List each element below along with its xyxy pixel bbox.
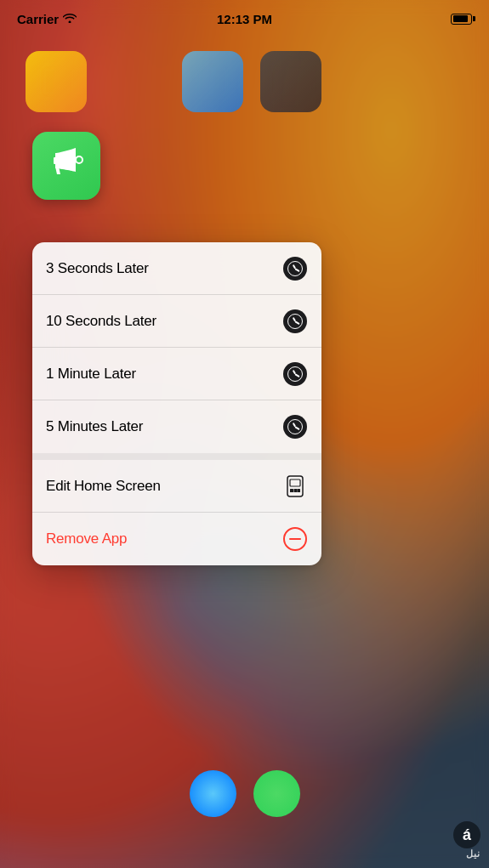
- carrier-label: Carrier: [17, 12, 77, 26]
- app-icon-green[interactable]: [32, 132, 100, 200]
- phone-icon: [283, 474, 307, 498]
- clock-face-2: [287, 314, 303, 329]
- menu-item-3-seconds-label: 3 Seconds Later: [46, 260, 149, 277]
- menu-section-system: Edit Home Screen Remove App: [32, 460, 321, 565]
- clock-minute-hand-1: [295, 268, 300, 271]
- watermark-text: نیل: [466, 848, 480, 859]
- dock-icon-green: [253, 770, 300, 817]
- battery-indicator: [451, 14, 472, 25]
- svg-rect-5: [294, 489, 298, 492]
- clock-icon-4: [283, 415, 307, 439]
- menu-item-1-minute[interactable]: 1 Minute Later: [32, 348, 321, 400]
- watermark-logo: á: [453, 821, 480, 848]
- menu-item-remove-app[interactable]: Remove App: [32, 513, 321, 565]
- clock-face-4: [287, 419, 303, 434]
- menu-item-edit-home[interactable]: Edit Home Screen: [32, 460, 321, 513]
- clock-minute-hand-3: [295, 373, 300, 377]
- menu-item-5-minutes-icon: [282, 414, 308, 440]
- battery-fill: [453, 15, 468, 22]
- dock-icon-blue: [190, 770, 236, 817]
- app-icon-placeholder-2: [182, 51, 243, 112]
- clock-face-3: [287, 366, 303, 382]
- menu-item-edit-home-label: Edit Home Screen: [46, 478, 161, 495]
- menu-item-1-minute-icon: [282, 361, 308, 387]
- wifi-icon: [63, 13, 77, 26]
- menu-section-timer: 3 Seconds Later 10 Seconds Later: [32, 242, 321, 453]
- context-menu: 3 Seconds Later 10 Seconds Later: [32, 242, 321, 565]
- bottom-dock: [190, 770, 300, 817]
- app-icon-placeholder-3: [260, 51, 321, 112]
- menu-item-remove-app-label: Remove App: [46, 530, 127, 547]
- carrier-text: Carrier: [17, 12, 59, 26]
- menu-item-3-seconds[interactable]: 3 Seconds Later: [32, 242, 321, 295]
- menu-item-1-minute-label: 1 Minute Later: [46, 366, 136, 383]
- clock-minute-hand-4: [295, 426, 300, 429]
- menu-divider: [32, 453, 321, 460]
- clock-minute-hand-2: [295, 321, 300, 324]
- menu-item-5-minutes-label: 5 Minutes Later: [46, 418, 143, 435]
- svg-rect-0: [54, 157, 57, 164]
- svg-rect-4: [290, 489, 293, 492]
- megaphone-icon: [48, 146, 84, 186]
- clock-icon-2: [283, 309, 307, 333]
- clock-face-1: [287, 261, 303, 276]
- menu-item-edit-home-icon: [282, 474, 308, 499]
- clock-icon-3: [283, 362, 307, 386]
- svg-rect-6: [298, 489, 301, 492]
- status-bar: Carrier 12:13 PM: [0, 0, 489, 37]
- remove-minus-icon: [289, 538, 301, 540]
- svg-rect-3: [290, 479, 300, 486]
- menu-item-10-seconds-label: 10 Seconds Later: [46, 313, 156, 330]
- menu-item-remove-app-icon: [282, 526, 308, 552]
- menu-item-10-seconds[interactable]: 10 Seconds Later: [32, 295, 321, 348]
- menu-item-10-seconds-icon: [282, 309, 308, 334]
- time-display: 12:13 PM: [217, 12, 272, 26]
- watermark: á نیل: [453, 821, 480, 859]
- app-icon-placeholder-1: [26, 51, 87, 112]
- battery-icon: [451, 14, 472, 25]
- svg-point-1: [76, 156, 82, 163]
- clock-icon-1: [283, 257, 307, 281]
- remove-circle-icon: [283, 527, 307, 551]
- menu-item-5-minutes[interactable]: 5 Minutes Later: [32, 400, 321, 453]
- menu-item-3-seconds-icon: [282, 256, 308, 281]
